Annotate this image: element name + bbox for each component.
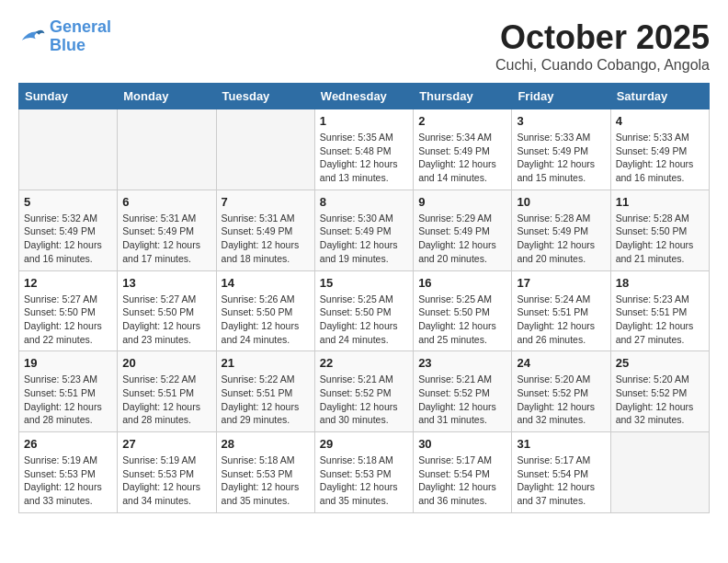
day-info: Sunrise: 5:18 AMSunset: 5:53 PMDaylight:… — [320, 454, 408, 508]
day-number: 20 — [122, 356, 210, 370]
day-info: Sunrise: 5:31 AMSunset: 5:49 PMDaylight:… — [122, 212, 210, 266]
day-number: 6 — [122, 195, 210, 209]
calendar-table: SundayMondayTuesdayWednesdayThursdayFrid… — [18, 83, 710, 513]
day-number: 16 — [418, 276, 506, 290]
day-info: Sunrise: 5:28 AMSunset: 5:50 PMDaylight:… — [616, 212, 704, 266]
calendar-cell: 30Sunrise: 5:17 AMSunset: 5:54 PMDayligh… — [414, 432, 512, 513]
calendar-cell: 3Sunrise: 5:33 AMSunset: 5:49 PMDaylight… — [512, 109, 610, 190]
calendar-cell: 24Sunrise: 5:20 AMSunset: 5:52 PMDayligh… — [512, 351, 610, 432]
calendar-week-row: 19Sunrise: 5:23 AMSunset: 5:51 PMDayligh… — [19, 351, 710, 432]
day-info: Sunrise: 5:32 AMSunset: 5:49 PMDaylight:… — [24, 212, 112, 266]
calendar-cell: 9Sunrise: 5:29 AMSunset: 5:49 PMDaylight… — [414, 190, 512, 270]
day-number: 5 — [24, 195, 112, 209]
day-info: Sunrise: 5:18 AMSunset: 5:53 PMDaylight:… — [222, 454, 310, 508]
day-info: Sunrise: 5:22 AMSunset: 5:51 PMDaylight:… — [122, 373, 210, 427]
calendar-cell: 1Sunrise: 5:35 AMSunset: 5:48 PMDaylight… — [314, 109, 413, 190]
calendar-cell: 20Sunrise: 5:22 AMSunset: 5:51 PMDayligh… — [118, 351, 216, 432]
day-number: 23 — [418, 356, 506, 370]
day-number: 27 — [122, 437, 210, 451]
logo: General Blue — [18, 18, 111, 55]
calendar-week-row: 5Sunrise: 5:32 AMSunset: 5:49 PMDaylight… — [19, 190, 710, 270]
day-number: 1 — [320, 114, 408, 128]
day-info: Sunrise: 5:19 AMSunset: 5:53 PMDaylight:… — [24, 454, 112, 508]
weekday-header-row: SundayMondayTuesdayWednesdayThursdayFrid… — [19, 84, 710, 109]
day-number: 13 — [122, 276, 210, 290]
day-number: 12 — [24, 276, 112, 290]
calendar-cell — [610, 432, 709, 513]
day-info: Sunrise: 5:22 AMSunset: 5:51 PMDaylight:… — [222, 373, 310, 427]
calendar-cell: 27Sunrise: 5:19 AMSunset: 5:53 PMDayligh… — [118, 432, 216, 513]
day-number: 18 — [616, 276, 704, 290]
day-info: Sunrise: 5:23 AMSunset: 5:51 PMDaylight:… — [616, 293, 704, 347]
day-number: 3 — [517, 114, 605, 128]
calendar-cell: 11Sunrise: 5:28 AMSunset: 5:50 PMDayligh… — [610, 190, 709, 270]
day-number: 2 — [418, 114, 506, 128]
calendar-cell: 31Sunrise: 5:17 AMSunset: 5:54 PMDayligh… — [512, 432, 610, 513]
logo-text: General Blue — [50, 18, 111, 55]
calendar-cell: 19Sunrise: 5:23 AMSunset: 5:51 PMDayligh… — [19, 351, 118, 432]
day-number: 30 — [418, 437, 506, 451]
day-info: Sunrise: 5:29 AMSunset: 5:49 PMDaylight:… — [418, 212, 506, 266]
day-info: Sunrise: 5:33 AMSunset: 5:49 PMDaylight:… — [517, 131, 605, 185]
day-info: Sunrise: 5:27 AMSunset: 5:50 PMDaylight:… — [24, 293, 112, 347]
calendar-cell: 13Sunrise: 5:27 AMSunset: 5:50 PMDayligh… — [118, 270, 216, 351]
day-number: 15 — [320, 276, 408, 290]
day-number: 11 — [616, 195, 704, 209]
logo-icon — [18, 26, 46, 48]
calendar-cell — [216, 109, 314, 190]
calendar-cell: 5Sunrise: 5:32 AMSunset: 5:49 PMDaylight… — [19, 190, 118, 270]
day-info: Sunrise: 5:19 AMSunset: 5:53 PMDaylight:… — [122, 454, 210, 508]
calendar-cell: 15Sunrise: 5:25 AMSunset: 5:50 PMDayligh… — [314, 270, 413, 351]
calendar-week-row: 12Sunrise: 5:27 AMSunset: 5:50 PMDayligh… — [19, 270, 710, 351]
calendar-cell: 29Sunrise: 5:18 AMSunset: 5:53 PMDayligh… — [314, 432, 413, 513]
day-number: 31 — [517, 437, 605, 451]
calendar-cell: 10Sunrise: 5:28 AMSunset: 5:49 PMDayligh… — [512, 190, 610, 270]
day-number: 22 — [320, 356, 408, 370]
day-info: Sunrise: 5:30 AMSunset: 5:49 PMDaylight:… — [320, 212, 408, 266]
calendar-cell: 17Sunrise: 5:24 AMSunset: 5:51 PMDayligh… — [512, 270, 610, 351]
calendar-cell: 6Sunrise: 5:31 AMSunset: 5:49 PMDaylight… — [118, 190, 216, 270]
day-info: Sunrise: 5:28 AMSunset: 5:49 PMDaylight:… — [517, 212, 605, 266]
day-info: Sunrise: 5:20 AMSunset: 5:52 PMDaylight:… — [517, 373, 605, 427]
day-number: 14 — [222, 276, 310, 290]
calendar-cell: 25Sunrise: 5:20 AMSunset: 5:52 PMDayligh… — [610, 351, 709, 432]
day-number: 25 — [616, 356, 704, 370]
day-info: Sunrise: 5:34 AMSunset: 5:49 PMDaylight:… — [418, 131, 506, 185]
day-number: 10 — [517, 195, 605, 209]
title-section: October 2025 Cuchi, Cuando Cobango, Ango… — [495, 18, 710, 74]
calendar-cell — [118, 109, 216, 190]
weekday-header: Thursday — [414, 84, 512, 109]
weekday-header: Monday — [118, 84, 216, 109]
weekday-header: Sunday — [19, 84, 118, 109]
day-info: Sunrise: 5:23 AMSunset: 5:51 PMDaylight:… — [24, 373, 112, 427]
calendar-cell: 2Sunrise: 5:34 AMSunset: 5:49 PMDaylight… — [414, 109, 512, 190]
day-number: 21 — [222, 356, 310, 370]
calendar-cell: 18Sunrise: 5:23 AMSunset: 5:51 PMDayligh… — [610, 270, 709, 351]
weekday-header: Tuesday — [216, 84, 314, 109]
day-info: Sunrise: 5:25 AMSunset: 5:50 PMDaylight:… — [418, 293, 506, 347]
day-number: 7 — [222, 195, 310, 209]
day-number: 28 — [222, 437, 310, 451]
page-subtitle: Cuchi, Cuando Cobango, Angola — [495, 57, 710, 74]
calendar-cell: 21Sunrise: 5:22 AMSunset: 5:51 PMDayligh… — [216, 351, 314, 432]
day-number: 24 — [517, 356, 605, 370]
calendar-cell: 14Sunrise: 5:26 AMSunset: 5:50 PMDayligh… — [216, 270, 314, 351]
day-number: 17 — [517, 276, 605, 290]
day-info: Sunrise: 5:33 AMSunset: 5:49 PMDaylight:… — [616, 131, 704, 185]
day-number: 9 — [418, 195, 506, 209]
day-number: 19 — [24, 356, 112, 370]
page-header: General Blue October 2025 Cuchi, Cuando … — [18, 18, 710, 74]
calendar-week-row: 1Sunrise: 5:35 AMSunset: 5:48 PMDaylight… — [19, 109, 710, 190]
day-number: 8 — [320, 195, 408, 209]
calendar-cell: 26Sunrise: 5:19 AMSunset: 5:53 PMDayligh… — [19, 432, 118, 513]
calendar-cell: 22Sunrise: 5:21 AMSunset: 5:52 PMDayligh… — [314, 351, 413, 432]
calendar-cell: 16Sunrise: 5:25 AMSunset: 5:50 PMDayligh… — [414, 270, 512, 351]
day-info: Sunrise: 5:17 AMSunset: 5:54 PMDaylight:… — [517, 454, 605, 508]
day-info: Sunrise: 5:35 AMSunset: 5:48 PMDaylight:… — [320, 131, 408, 185]
weekday-header: Wednesday — [314, 84, 413, 109]
day-number: 26 — [24, 437, 112, 451]
weekday-header: Saturday — [610, 84, 709, 109]
day-info: Sunrise: 5:31 AMSunset: 5:49 PMDaylight:… — [222, 212, 310, 266]
day-number: 29 — [320, 437, 408, 451]
calendar-week-row: 26Sunrise: 5:19 AMSunset: 5:53 PMDayligh… — [19, 432, 710, 513]
